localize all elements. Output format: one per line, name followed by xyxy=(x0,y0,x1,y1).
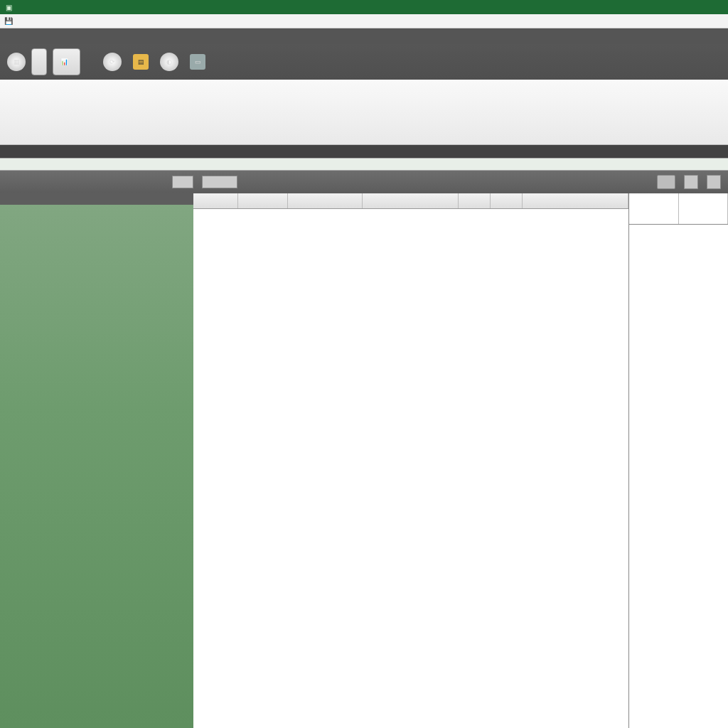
refresh-icon[interactable]: ⟳ xyxy=(103,53,122,71)
assumptions-panel xyxy=(0,193,193,728)
full-recalc-button[interactable]: 📊 xyxy=(53,48,80,75)
col-header[interactable] xyxy=(238,193,288,208)
run-scheduled-button[interactable] xyxy=(31,48,47,75)
spreadsheet-grid[interactable] xyxy=(193,193,728,728)
run-icon[interactable]: ▦ xyxy=(7,53,26,71)
schedule-icon[interactable]: ▤ xyxy=(133,54,149,70)
main-ribbon xyxy=(0,80,728,145)
work-area xyxy=(0,193,728,728)
value-col-header[interactable] xyxy=(629,193,679,224)
col-header[interactable] xyxy=(459,193,491,208)
value-columns xyxy=(628,193,728,728)
close-panel-button[interactable] xyxy=(707,175,721,189)
title-bar: ▣ xyxy=(0,0,728,14)
col-header[interactable] xyxy=(288,193,363,208)
value-col-header[interactable] xyxy=(679,193,729,224)
validation-icon[interactable]: ▭ xyxy=(190,54,205,70)
formula-field[interactable] xyxy=(202,176,237,188)
quick-access-toolbar: 💾 xyxy=(0,14,728,28)
options-button[interactable] xyxy=(684,175,698,189)
sheet-tab-strip xyxy=(0,158,728,171)
scenario-icon[interactable]: ◐ xyxy=(160,53,178,71)
regenerate-button[interactable] xyxy=(657,175,675,189)
subheader-bar xyxy=(0,171,728,193)
qat-save-icon[interactable]: 💾 xyxy=(4,17,13,25)
col-header[interactable] xyxy=(193,193,238,208)
addon-ribbon: ▦ 📊 ⟳ ▤ ◐ ▭ xyxy=(0,44,728,80)
ribbon-tab-strip xyxy=(0,28,728,44)
context-strip-a xyxy=(0,145,728,158)
column-headers xyxy=(193,193,628,209)
excel-icon: ▣ xyxy=(6,4,12,11)
name-box[interactable] xyxy=(172,176,193,188)
calc-icon: 📊 xyxy=(60,58,68,65)
col-header[interactable] xyxy=(363,193,459,208)
col-header[interactable] xyxy=(491,193,523,208)
assumptions-panel-header xyxy=(0,193,193,205)
col-header[interactable] xyxy=(523,193,628,208)
